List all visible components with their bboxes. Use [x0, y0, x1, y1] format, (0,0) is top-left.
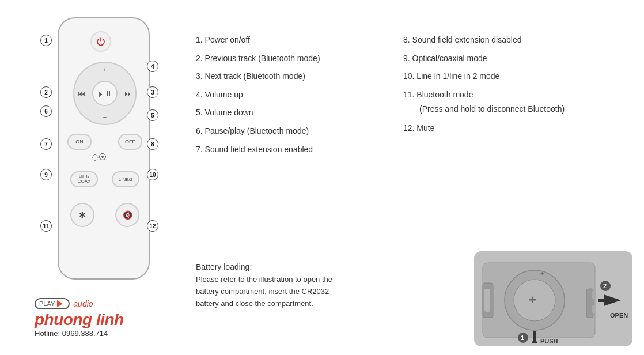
on-button[interactable]: ON	[67, 134, 92, 150]
battery-desc: Please refer to the illustration to open…	[196, 274, 403, 309]
battery-illustration-svg: + + OPEN 2 1 PUSH	[474, 251, 632, 346]
next-track-btn[interactable]: ⏭	[124, 89, 132, 98]
mute-button[interactable]: 🔇	[115, 203, 139, 227]
label-6: 6	[40, 105, 52, 117]
remote-body: + − ⏮ ⏭ ⏵⏸ ON OFF ◌⦿ OPT/COAX LINE/2 ✱ 🔇	[58, 17, 150, 280]
hotline-number: 0969.388.714	[62, 329, 108, 338]
bottom-buttons: ✱ 🔇	[70, 203, 139, 227]
battery-diagram: + + OPEN 2 1 PUSH	[474, 251, 632, 346]
desc-item-10: 10. Line in 1/line in 2 mode	[403, 71, 622, 82]
desc-item-5: 5. Volume down	[196, 107, 386, 119]
label-2: 2	[40, 86, 52, 98]
brand-section: PLAY audio phuong linh Hotline: 0969.388…	[35, 298, 124, 338]
play-badge: PLAY	[35, 298, 70, 309]
desc-item-2: 2. Previous track (Bluetooth mode)	[196, 53, 386, 65]
opt-coax-button[interactable]: OPT/COAX	[70, 171, 98, 187]
svg-rect-9	[592, 290, 596, 299]
bluetooth-button[interactable]: ✱	[70, 203, 94, 227]
battery-title: Battery loading:	[196, 262, 403, 271]
desc-item-1: 1. Power on/off	[196, 35, 386, 46]
label-12: 12	[147, 220, 158, 232]
svg-text:2: 2	[603, 282, 607, 289]
label-1: 1	[40, 35, 52, 46]
line-in-button[interactable]: LINE/2	[112, 171, 139, 187]
play-pause-btn[interactable]: ⏵⏸	[92, 81, 118, 106]
off-button[interactable]: OFF	[118, 134, 142, 150]
svg-rect-10	[592, 305, 596, 314]
on-off-row: ON OFF	[67, 134, 142, 150]
vol-up-label: +	[103, 66, 107, 73]
label-4: 4	[147, 61, 158, 72]
desc-item-6: 6. Pause/play (Bluetooth mode)	[196, 126, 386, 137]
svg-rect-7	[484, 289, 490, 312]
svg-rect-12	[598, 299, 607, 302]
description-left: 1. Power on/off 2. Previous track (Bluet…	[196, 35, 386, 162]
vol-down-label: −	[103, 114, 107, 120]
desc-item-8: 8. Sound field extension disabled	[403, 35, 622, 46]
svg-text:OPEN: OPEN	[610, 312, 628, 319]
desc-item-3: 3. Next track (Bluetooth mode)	[196, 71, 386, 82]
desc-item-12: 12. Mute	[403, 123, 622, 134]
hotline: Hotline: 0969.388.714	[35, 329, 124, 338]
label-8: 8	[147, 138, 158, 150]
desc-item-11: 11. Bluetooth mode	[403, 89, 622, 101]
nav-ring[interactable]: + − ⏮ ⏭ ⏵⏸	[73, 62, 137, 125]
play-triangle-icon	[57, 300, 63, 307]
svg-text:1: 1	[521, 334, 524, 341]
desc-item-4: 4. Volume up	[196, 89, 386, 101]
play-text: PLAY	[39, 300, 55, 307]
remote-control: + − ⏮ ⏭ ⏵⏸ ON OFF ◌⦿ OPT/COAX LINE/2 ✱ 🔇…	[46, 17, 161, 282]
svg-text:+: +	[529, 293, 536, 307]
description-right: 8. Sound field extension disabled 9. Opt…	[403, 35, 622, 141]
bluetooth-indicator: ◌⦿	[92, 152, 107, 161]
desc-item-7: 7. Sound field extension enabled	[196, 144, 386, 156]
label-9: 9	[40, 169, 52, 180]
brand-name: phuong linh	[35, 311, 124, 329]
hotline-label: Hotline:	[35, 329, 60, 338]
label-10: 10	[147, 169, 158, 180]
desc-item-11-sub: (Press and hold to disconnect Bluetooth)	[419, 103, 622, 115]
label-5: 5	[147, 109, 158, 121]
battery-section: Battery loading: Please refer to the ill…	[196, 262, 403, 309]
svg-rect-17	[533, 331, 536, 339]
prev-track-btn[interactable]: ⏮	[78, 89, 85, 98]
audio-text: audio	[73, 299, 93, 308]
label-7: 7	[40, 138, 52, 150]
label-3: 3	[147, 86, 158, 98]
power-button[interactable]	[90, 31, 111, 52]
label-11: 11	[40, 220, 52, 232]
svg-text:PUSH: PUSH	[540, 338, 558, 345]
desc-item-9: 9. Optical/coaxial mode	[403, 53, 622, 65]
svg-text:+: +	[540, 270, 544, 277]
brand-logo: PLAY audio	[35, 298, 124, 309]
